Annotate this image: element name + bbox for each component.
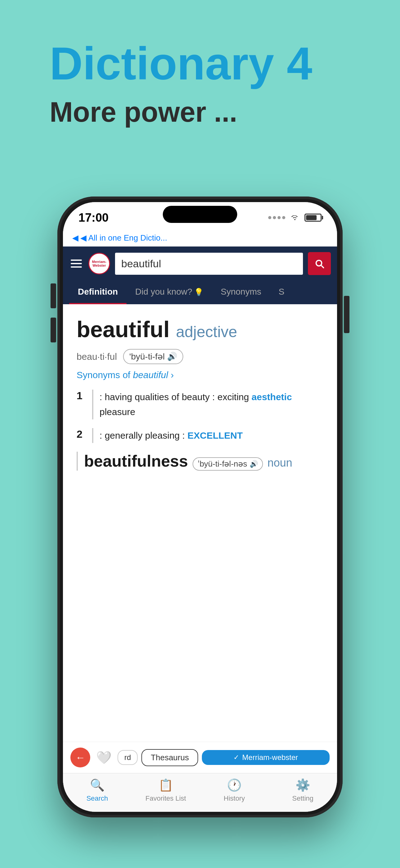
dynamic-island	[163, 206, 237, 223]
hamburger-line-2	[71, 263, 82, 264]
status-bar: 17:00	[63, 202, 337, 233]
settings-nav-icon: ⚙️	[296, 778, 310, 792]
def-link-excellent[interactable]: EXCELLENT	[188, 430, 243, 440]
nav-search[interactable]: 🔍 Search	[63, 778, 131, 803]
heart-icon: 🤍	[96, 750, 112, 765]
def-number-1: 1	[76, 390, 86, 420]
status-icons	[268, 212, 322, 223]
def-link-aesthetic[interactable]: aesthetic	[252, 392, 292, 402]
history-nav-icon: 🕐	[227, 778, 241, 792]
back-button[interactable]: ←	[70, 748, 90, 767]
back-arrow-icon: ←	[75, 752, 85, 764]
volume-down-button[interactable]	[51, 318, 56, 342]
synonyms-link[interactable]: Synonyms of beautiful ›	[76, 370, 324, 380]
hamburger-menu-button[interactable]	[69, 258, 84, 269]
back-nav-content[interactable]: ◀ ◀ All in one Eng Dictio...	[72, 233, 328, 243]
nav-favorites-label: Favorites List	[145, 795, 186, 803]
mw-source-label: Merriam-webster	[242, 753, 298, 762]
content-area: beautiful adjective beau·ti·ful 'byü-ti-…	[63, 304, 337, 742]
wifi-icon	[290, 212, 300, 223]
phone-frame: 17:00	[57, 196, 343, 817]
word-pill: rd	[118, 750, 138, 765]
thesaurus-button[interactable]: Thesaurus	[141, 749, 198, 766]
hamburger-line-1	[71, 259, 82, 261]
signal-dots	[268, 216, 285, 219]
bottom-toolbar: ← 🤍 rd Thesaurus ✓ Merriam-webster	[63, 742, 337, 773]
tabs-bar: Definition Did you know?💡 Synonyms S	[63, 281, 337, 304]
def-text-1a: : having qualities of beauty : exciting	[100, 392, 252, 402]
search-icon	[314, 258, 325, 269]
tab-more[interactable]: S	[270, 281, 293, 304]
bottom-nav: 🔍 Search 📋 Favorites List 🕐 History ⚙️ S…	[63, 773, 337, 812]
related-word-pos: noun	[267, 456, 292, 469]
signal-dot-3	[277, 216, 280, 219]
phone-screen: 17:00	[63, 202, 337, 812]
related-speaker-icon: 🔊	[249, 460, 258, 468]
pronunciation-row: beau·ti·ful 'byü-ti-fəl 🔊	[76, 349, 324, 364]
search-input[interactable]	[115, 253, 303, 275]
def-number-2: 2	[76, 428, 86, 443]
definition-item-2: 2 : generally pleasing : EXCELLENT	[76, 428, 324, 443]
page-subtitle: More power ...	[49, 96, 237, 128]
speaker-icon: 🔊	[167, 352, 177, 361]
nav-search-label: Search	[87, 795, 108, 803]
signal-dot-1	[268, 216, 271, 219]
mw-logo: Merriam- Webster	[88, 253, 110, 274]
signal-dot-4	[282, 216, 285, 219]
nav-favorites[interactable]: 📋 Favorites List	[131, 778, 200, 803]
favorites-nav-icon: 📋	[159, 778, 173, 792]
tab-did-you-know[interactable]: Did you know?💡	[127, 281, 212, 304]
lightbulb-icon: 💡	[194, 288, 203, 296]
signal-dot-2	[273, 216, 276, 219]
back-nav: ◀ ◀ All in one Eng Dictio...	[63, 233, 337, 247]
search-bar-container: Merriam- Webster	[63, 247, 337, 281]
related-word-section: beautifulness ˈbyü-ti-fəl-nəs 🔊 noun	[76, 452, 324, 471]
power-button[interactable]	[344, 296, 349, 333]
pronunciation-pill[interactable]: 'byü-ti-fəl 🔊	[123, 349, 183, 364]
nav-history[interactable]: 🕐 History	[200, 778, 269, 803]
mw-logo-text: Merriam- Webster	[92, 260, 106, 267]
tab-synonyms[interactable]: Synonyms	[212, 281, 270, 304]
nav-settings-label: Setting	[292, 795, 313, 803]
favorite-button[interactable]: 🤍	[94, 748, 114, 767]
status-time: 17:00	[78, 211, 108, 224]
nav-history-label: History	[224, 795, 245, 803]
word-pos: adjective	[176, 323, 237, 341]
related-pronunciation-text: ˈbyü-ti-fəl-nəs	[198, 459, 247, 469]
page-title: Dictionary 4	[49, 37, 312, 90]
def-content-2: : generally pleasing : EXCELLENT	[92, 428, 243, 443]
related-pronunciation-pill[interactable]: ˈbyü-ti-fəl-nəs 🔊	[193, 457, 263, 471]
search-nav-icon: 🔍	[90, 778, 104, 792]
def-text-2a: : generally pleasing :	[100, 430, 188, 440]
back-nav-label: ◀ All in one Eng Dictio...	[80, 233, 167, 243]
definition-item-1: 1 : having qualities of beauty : excitin…	[76, 390, 324, 420]
definitions-list: 1 : having qualities of beauty : excitin…	[76, 390, 324, 443]
hamburger-line-3	[71, 266, 82, 268]
battery-icon	[304, 214, 322, 222]
tab-definition[interactable]: Definition	[69, 281, 127, 304]
def-text-1b: pleasure	[100, 407, 135, 417]
word-title: beautiful	[76, 317, 170, 342]
back-arrow-icon: ◀	[72, 233, 78, 243]
def-content-1: : having qualities of beauty : exciting …	[92, 390, 324, 420]
mw-source-button[interactable]: ✓ Merriam-webster	[202, 750, 330, 765]
search-button[interactable]	[308, 252, 331, 275]
related-word-title: beautifulness	[84, 452, 188, 470]
volume-up-button[interactable]	[51, 283, 56, 308]
synonyms-link-italic: beautiful	[133, 370, 168, 380]
word-syllables: beau·ti·ful	[76, 351, 117, 362]
pronunciation-text: 'byü-ti-fəl	[129, 351, 165, 362]
word-header: beautiful adjective	[76, 317, 324, 342]
check-icon: ✓	[233, 753, 239, 762]
nav-settings[interactable]: ⚙️ Setting	[269, 778, 337, 803]
